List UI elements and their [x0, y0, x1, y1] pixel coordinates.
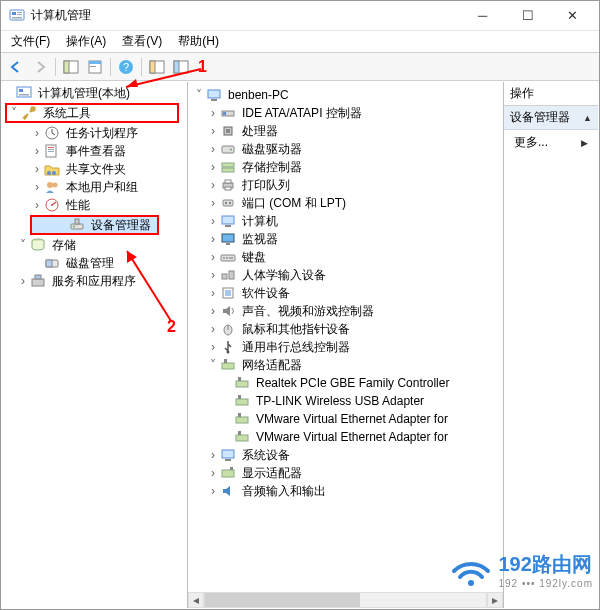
- chevron-down-icon[interactable]: ˅: [206, 356, 220, 374]
- chevron-down-icon[interactable]: ˅: [192, 86, 206, 104]
- show-hide-tree-button[interactable]: [60, 56, 82, 78]
- tree-root-computer-management[interactable]: 计算机管理(本地): [2, 84, 187, 102]
- forward-button[interactable]: [29, 56, 51, 78]
- actions-section[interactable]: 设备管理器 ▲: [504, 106, 598, 130]
- scroll-left-arrow[interactable]: ◂: [188, 592, 204, 608]
- view-devices-by-type-button[interactable]: [146, 56, 168, 78]
- collapse-icon[interactable]: ▲: [583, 113, 592, 123]
- device-category-system-devices[interactable]: ›系统设备: [192, 446, 503, 464]
- device-category-ports[interactable]: ›端口 (COM 和 LPT): [192, 194, 503, 212]
- tree-event-viewer[interactable]: › 事件查看器: [2, 142, 187, 160]
- svg-rect-1: [12, 12, 16, 15]
- device-category-monitors[interactable]: ›监视器: [192, 230, 503, 248]
- device-network-adapter-item[interactable]: VMware Virtual Ethernet Adapter for: [192, 410, 503, 428]
- network-adapter-icon: [220, 357, 236, 373]
- chevron-right-icon[interactable]: ›: [206, 212, 220, 230]
- close-button[interactable]: ✕: [550, 1, 595, 30]
- ide-controller-icon: [220, 105, 236, 121]
- device-network-adapter-item[interactable]: Realtek PCIe GBE Family Controller: [192, 374, 503, 392]
- device-category-software-devices[interactable]: ›软件设备: [192, 284, 503, 302]
- chevron-right-icon[interactable]: ›: [30, 124, 44, 142]
- actions-more[interactable]: 更多... ▶: [504, 130, 598, 155]
- chevron-right-icon[interactable]: ›: [206, 482, 220, 500]
- svg-rect-49: [226, 129, 230, 133]
- tree-shared-folders[interactable]: › 共享文件夹: [2, 160, 187, 178]
- chevron-right-icon[interactable]: ›: [30, 196, 44, 214]
- chevron-right-icon[interactable]: ›: [30, 142, 44, 160]
- device-category-hid[interactable]: ›人体学输入设备: [192, 266, 503, 284]
- chevron-right-icon[interactable]: ›: [206, 140, 220, 158]
- chevron-right-icon[interactable]: ›: [206, 230, 220, 248]
- computer-icon: [206, 87, 222, 103]
- svg-rect-78: [238, 377, 241, 381]
- chevron-right-icon[interactable]: ›: [206, 338, 220, 356]
- svg-rect-52: [222, 163, 234, 167]
- help-button[interactable]: ?: [115, 56, 137, 78]
- device-network-adapter-item[interactable]: VMware Virtual Ethernet Adapter for: [192, 428, 503, 446]
- device-category-keyboards[interactable]: ›键盘: [192, 248, 503, 266]
- chevron-right-icon[interactable]: ›: [206, 284, 220, 302]
- chevron-right-icon[interactable]: ›: [206, 158, 220, 176]
- chevron-right-icon[interactable]: ›: [206, 446, 220, 464]
- device-category-display-adapters[interactable]: ›显示适配器: [192, 464, 503, 482]
- properties-button[interactable]: [84, 56, 106, 78]
- tree-performance[interactable]: › 性能: [2, 196, 187, 214]
- tree-task-scheduler[interactable]: › 任务计划程序: [2, 124, 187, 142]
- svg-rect-88: [230, 467, 233, 470]
- menu-file[interactable]: 文件(F): [7, 31, 54, 52]
- device-label: 网络适配器: [240, 357, 304, 374]
- chevron-right-icon[interactable]: ›: [206, 320, 220, 338]
- device-category-network-adapters[interactable]: ˅网络适配器: [192, 356, 503, 374]
- device-category-processors[interactable]: ›处理器: [192, 122, 503, 140]
- svg-rect-56: [225, 187, 231, 190]
- svg-rect-6: [64, 61, 69, 73]
- chevron-right-icon[interactable]: ›: [16, 272, 30, 290]
- device-label: 鼠标和其他指针设备: [240, 321, 352, 338]
- device-category-sound[interactable]: ›声音、视频和游戏控制器: [192, 302, 503, 320]
- tree-device-manager[interactable]: 设备管理器: [30, 215, 159, 235]
- view-devices-by-connection-button[interactable]: [170, 56, 192, 78]
- menu-help[interactable]: 帮助(H): [174, 31, 223, 52]
- device-category-audio-io[interactable]: ›音频输入和输出: [192, 482, 503, 500]
- chevron-right-icon[interactable]: ›: [206, 176, 220, 194]
- tree-storage[interactable]: ˅ 存储: [2, 236, 187, 254]
- device-category-ide[interactable]: ›IDE ATA/ATAPI 控制器: [192, 104, 503, 122]
- chevron-right-icon[interactable]: ›: [206, 248, 220, 266]
- chevron-right-icon[interactable]: ›: [206, 464, 220, 482]
- scroll-right-arrow[interactable]: ▸: [487, 592, 503, 608]
- device-root[interactable]: ˅ benben-PC: [192, 86, 503, 104]
- device-category-disk-drives[interactable]: ›磁盘驱动器: [192, 140, 503, 158]
- tree-services-apps[interactable]: › 服务和应用程序: [2, 272, 187, 290]
- chevron-down-icon[interactable]: ˅: [16, 236, 30, 254]
- device-network-adapter-item[interactable]: TP-LINK Wireless USB Adapter: [192, 392, 503, 410]
- svg-rect-36: [71, 224, 83, 229]
- device-category-print-queues[interactable]: ›打印队列: [192, 176, 503, 194]
- tree-label: 计算机管理(本地): [36, 85, 132, 102]
- chevron-right-icon[interactable]: ›: [30, 160, 44, 178]
- chevron-right-icon[interactable]: ›: [206, 194, 220, 212]
- device-label: VMware Virtual Ethernet Adapter for: [254, 430, 450, 444]
- maximize-button[interactable]: ☐: [505, 1, 550, 30]
- menu-view[interactable]: 查看(V): [118, 31, 166, 52]
- scroll-track[interactable]: [204, 592, 487, 608]
- menu-action[interactable]: 操作(A): [62, 31, 110, 52]
- chevron-right-icon[interactable]: ›: [206, 104, 220, 122]
- actions-header: 操作: [504, 82, 598, 106]
- tree-disk-management[interactable]: 磁盘管理: [2, 254, 187, 272]
- chevron-down-icon[interactable]: ˅: [7, 104, 21, 122]
- tree-label: 设备管理器: [89, 217, 153, 234]
- device-category-storage-controllers[interactable]: ›存储控制器: [192, 158, 503, 176]
- device-category-usb[interactable]: ›通用串行总线控制器: [192, 338, 503, 356]
- back-button[interactable]: [5, 56, 27, 78]
- tree-local-users-groups[interactable]: › 本地用户和组: [2, 178, 187, 196]
- chevron-right-icon[interactable]: ›: [206, 266, 220, 284]
- minimize-button[interactable]: ─: [460, 1, 505, 30]
- chevron-right-icon[interactable]: ›: [206, 122, 220, 140]
- horizontal-scrollbar[interactable]: ◂ ▸: [188, 592, 503, 608]
- chevron-right-icon[interactable]: ›: [30, 178, 44, 196]
- cpu-icon: [220, 123, 236, 139]
- chevron-right-icon[interactable]: ›: [206, 302, 220, 320]
- tree-system-tools[interactable]: ˅ 系统工具: [5, 103, 179, 123]
- device-category-mice[interactable]: ›鼠标和其他指针设备: [192, 320, 503, 338]
- device-category-computer[interactable]: ›计算机: [192, 212, 503, 230]
